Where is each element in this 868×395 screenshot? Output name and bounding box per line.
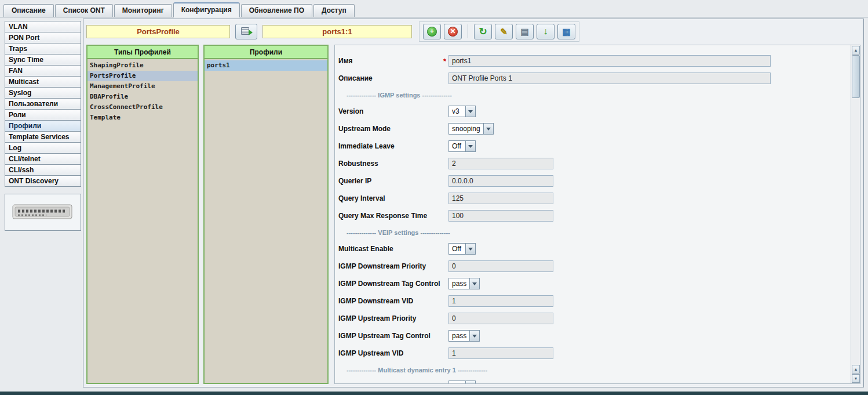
field-input[interactable] bbox=[448, 175, 553, 187]
sidebar-item[interactable]: Log bbox=[5, 142, 81, 154]
sidebar-item[interactable]: PON Port bbox=[5, 32, 81, 44]
delete-icon: ✕ bbox=[448, 27, 458, 37]
sidebar-item[interactable]: Multicast bbox=[5, 76, 81, 88]
profile-form-panel: Имя*Описание-------------- IGMP settings… bbox=[334, 45, 860, 384]
tab[interactable]: Доступ bbox=[313, 4, 355, 17]
profile-type-item[interactable]: ShapingProfile bbox=[87, 60, 198, 71]
toolbar-delete-button[interactable]: ✕ bbox=[444, 24, 462, 39]
form-row: Versionv3 bbox=[338, 103, 851, 120]
field-label: IGMP Upstream Tag Control bbox=[338, 332, 441, 340]
sidebar-item[interactable]: Sync Time bbox=[5, 54, 81, 66]
sidebar-item[interactable]: Пользователи bbox=[5, 98, 81, 110]
profile-type-item[interactable]: PortsProfile bbox=[87, 71, 198, 81]
toolbar: +✕↻✎▤↓▦ bbox=[419, 21, 579, 42]
toolbar-add-button[interactable]: + bbox=[423, 24, 441, 39]
toolbar-refresh-button[interactable]: ↻ bbox=[474, 24, 492, 39]
field-label: Enabled bbox=[338, 382, 441, 383]
sidebar-item[interactable]: FAN bbox=[5, 65, 81, 77]
sidebar-item[interactable]: VLAN bbox=[5, 21, 81, 32]
tab[interactable]: Описание bbox=[3, 4, 54, 17]
profile-form: Имя*Описание-------------- IGMP settings… bbox=[335, 45, 851, 383]
chevron-down-icon[interactable] bbox=[465, 141, 475, 151]
form-row: IGMP Upstream VID bbox=[338, 345, 851, 362]
profile-type-item[interactable]: Template bbox=[87, 113, 198, 123]
chevron-down-icon[interactable] bbox=[465, 381, 475, 383]
sidebar-item[interactable]: CLI/ssh bbox=[5, 164, 81, 176]
refresh-icon: ↻ bbox=[479, 27, 487, 37]
sidebar-item[interactable]: Traps bbox=[5, 43, 81, 55]
apply-to-device-button[interactable] bbox=[235, 24, 257, 39]
field-input[interactable] bbox=[448, 210, 553, 222]
panels-area: Типы Профилей ShapingProfilePortsProfile… bbox=[85, 44, 862, 385]
field-input[interactable] bbox=[448, 73, 771, 84]
sidebar-item[interactable]: CLI/telnet bbox=[5, 153, 81, 165]
field-input[interactable] bbox=[448, 295, 553, 307]
field-input[interactable] bbox=[448, 55, 771, 67]
chevron-down-icon[interactable] bbox=[469, 278, 479, 289]
toolbar-separator bbox=[468, 24, 468, 38]
form-section-header: -------------- IGMP settings -----------… bbox=[347, 92, 851, 99]
form-row: Upstream Modesnooping bbox=[338, 120, 851, 137]
profile-types-header: Типы Профилей bbox=[87, 46, 198, 59]
toolbar-copy-button[interactable]: ▤ bbox=[516, 24, 534, 39]
scroll-up-icon[interactable]: ▲ bbox=[852, 46, 860, 55]
form-row: Описание bbox=[338, 70, 851, 87]
required-asterisk: * bbox=[441, 57, 448, 66]
profile-instance-field[interactable]: ports1:1 bbox=[262, 25, 412, 38]
scroll-thumb[interactable] bbox=[852, 55, 860, 98]
chevron-down-icon[interactable] bbox=[469, 331, 479, 341]
field-select[interactable]: pass bbox=[448, 330, 480, 342]
select-value: Off bbox=[449, 381, 465, 383]
profiles-header: Профили bbox=[205, 46, 327, 59]
field-input[interactable] bbox=[448, 313, 553, 324]
sidebar-item[interactable]: Syslog bbox=[5, 87, 81, 99]
select-value: v3 bbox=[449, 106, 465, 117]
field-label: IGMP Upstream Priority bbox=[338, 314, 441, 322]
field-select[interactable]: v3 bbox=[448, 106, 476, 117]
chevron-down-icon[interactable] bbox=[483, 124, 493, 134]
scroll-up-bottom-icon[interactable]: ▲ bbox=[852, 365, 860, 374]
export-icon: ▦ bbox=[562, 27, 570, 36]
profile-type-field[interactable]: PortsProfile bbox=[86, 25, 230, 38]
configuration-panel: PortsProfile ports1:1 +✕↻✎▤↓▦ Типы Профи… bbox=[83, 19, 864, 387]
field-select[interactable]: snooping bbox=[448, 123, 494, 135]
form-row: Immediate LeaveOff bbox=[338, 137, 851, 155]
scroll-down-icon[interactable]: ▼ bbox=[852, 374, 860, 383]
sidebar-item[interactable]: Профили bbox=[5, 120, 81, 132]
chevron-down-icon[interactable] bbox=[465, 244, 475, 254]
tab[interactable]: Обновление ПО bbox=[241, 4, 312, 17]
tab[interactable]: Мониторинг bbox=[114, 4, 172, 17]
toolbar-export-button[interactable]: ▦ bbox=[557, 24, 575, 39]
field-input[interactable] bbox=[448, 193, 553, 204]
sidebar-item[interactable]: ONT Discovery bbox=[5, 175, 81, 187]
field-select[interactable]: Off bbox=[448, 243, 476, 255]
olt-device-image bbox=[10, 200, 75, 224]
field-select[interactable]: pass bbox=[448, 278, 480, 289]
toolbar-download-button[interactable]: ↓ bbox=[537, 24, 555, 39]
vertical-scrollbar[interactable]: ▲ ▲ ▼ bbox=[851, 45, 860, 383]
sidebar-item[interactable]: Роли bbox=[5, 109, 81, 121]
select-value: pass bbox=[449, 278, 469, 289]
field-select[interactable]: Off bbox=[448, 140, 476, 152]
tab[interactable]: Список ONT bbox=[55, 4, 113, 17]
form-section-header: -------------- VEIP settings -----------… bbox=[347, 229, 851, 237]
chevron-down-icon[interactable] bbox=[465, 106, 475, 117]
tab-active[interactable]: Конфигурация bbox=[173, 2, 240, 17]
field-select[interactable]: Off bbox=[448, 380, 476, 383]
profile-types-list: ShapingProfilePortsProfileManagementProf… bbox=[87, 59, 198, 383]
field-label: Описание bbox=[338, 74, 441, 82]
field-label: Immediate Leave bbox=[338, 142, 441, 150]
sidebar-item[interactable]: Template Services bbox=[5, 131, 81, 143]
device-image-box bbox=[5, 194, 81, 231]
toolbar-edit-button[interactable]: ✎ bbox=[495, 24, 513, 39]
field-input[interactable] bbox=[448, 158, 553, 169]
profiles-list: ports1 bbox=[205, 59, 327, 383]
profile-type-item[interactable]: DBAProfile bbox=[87, 92, 198, 102]
field-label: Querier IP bbox=[338, 177, 441, 185]
profile-type-item[interactable]: CrossConnectProfile bbox=[87, 102, 198, 113]
profile-item[interactable]: ports1 bbox=[205, 60, 327, 71]
form-row: Multicast EnableOff bbox=[338, 240, 851, 258]
field-input[interactable] bbox=[448, 347, 553, 359]
field-input[interactable] bbox=[448, 260, 553, 272]
profile-type-item[interactable]: ManagementProfile bbox=[87, 81, 198, 92]
